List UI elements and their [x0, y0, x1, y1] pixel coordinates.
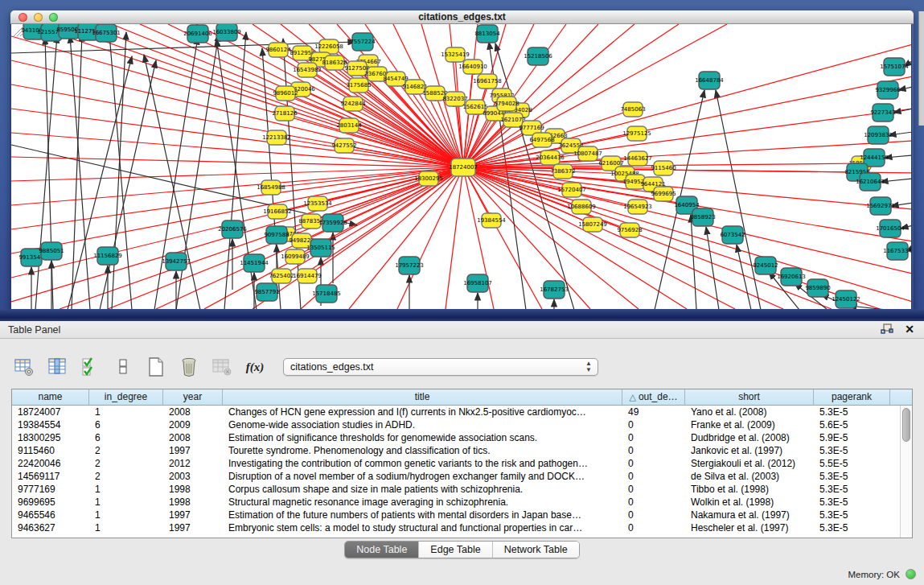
network-node[interactable]: 7386372	[550, 164, 575, 179]
table-cell[interactable]: 2	[89, 457, 163, 470]
network-node[interactable]: 17359928	[318, 214, 347, 232]
network-node[interactable]: 6073542	[720, 226, 745, 244]
table-cell[interactable]: 0	[622, 509, 685, 521]
table-cell[interactable]: 2009	[163, 418, 223, 431]
table-cell[interactable]: 9777169	[12, 483, 89, 496]
table-cell[interactable]: Wolkin et al. (1998)	[685, 496, 814, 509]
table-row[interactable]: 946554611997Estimation of the future num…	[12, 509, 912, 521]
table-cell[interactable]: 14569117	[12, 470, 89, 483]
network-node[interactable]: 16782753	[540, 281, 569, 299]
delete-rows-icon[interactable]	[178, 356, 200, 378]
network-node[interactable]: 7625402	[269, 269, 294, 283]
network-node[interactable]: 9885051	[39, 242, 64, 260]
table-row[interactable]: 1456911722003Disruption of a novel membe…	[12, 470, 912, 483]
close-window-icon[interactable]	[18, 13, 27, 22]
network-node[interactable]: 14463627	[623, 151, 652, 166]
table-cell[interactable]: 5.6E-5	[814, 418, 890, 431]
network-node[interactable]: 16958107	[463, 274, 492, 292]
table-row[interactable]: 2242004622012Investigating the contribut…	[12, 457, 912, 470]
column-header-short[interactable]: short	[685, 389, 814, 405]
table-cell[interactable]: 1997	[163, 509, 223, 521]
table-cell[interactable]: 0	[622, 521, 685, 534]
table-cell[interactable]: 1997	[163, 521, 223, 534]
table-cell[interactable]: Estimation of the future numbers of pati…	[223, 509, 622, 521]
network-node[interactable]: 7557224	[350, 33, 376, 51]
network-node[interactable]: 9756928	[617, 223, 642, 237]
network-node[interactable]: 16920613	[777, 268, 806, 286]
network-node[interactable]: 19166852	[263, 204, 292, 219]
delete-table-icon[interactable]	[211, 356, 233, 378]
table-cell[interactable]: 1998	[163, 483, 223, 496]
table-scrollbar[interactable]	[900, 406, 912, 538]
table-cell[interactable]: 1998	[163, 496, 223, 509]
network-node[interactable]: 20206576	[218, 220, 247, 238]
network-node[interactable]: 9896012	[273, 86, 298, 101]
table-cell[interactable]: Corpus callosum shape and size in male p…	[223, 483, 622, 496]
network-node[interactable]: 16033809	[212, 24, 241, 41]
table-cell[interactable]: 1997	[163, 444, 223, 457]
table-cell[interactable]: 5.9E-5	[814, 431, 890, 444]
network-node[interactable]: 19654923	[623, 200, 652, 214]
network-node[interactable]: 7485063	[620, 102, 645, 117]
table-cell[interactable]: Tourette syndrome. Phenomenology and cla…	[223, 444, 622, 457]
table-cell[interactable]: 9465546	[12, 509, 89, 521]
table-cell[interactable]: Yano et al. (2008)	[685, 406, 814, 418]
network-node[interactable]: 16648784	[695, 72, 724, 89]
table-cell[interactable]: 0	[622, 470, 685, 483]
table-cell[interactable]: 19384554	[12, 418, 89, 431]
table-cell[interactable]: 9463627	[12, 521, 89, 534]
network-node[interactable]: 11451944	[240, 254, 269, 272]
table-cell[interactable]: 5.5E-5	[814, 457, 890, 470]
rows-icon[interactable]	[112, 356, 134, 378]
table-cell[interactable]: Genome-wide association studies in ADHD.	[223, 418, 622, 431]
network-node[interactable]: 9227343	[870, 104, 895, 122]
table-cell[interactable]: 5.3E-5	[814, 470, 890, 483]
network-node[interactable]: 8813054	[474, 25, 500, 43]
network-node[interactable]: 6497568	[529, 133, 554, 147]
table-cell[interactable]: 22420046	[12, 457, 89, 470]
network-node[interactable]: 12353534	[303, 196, 332, 211]
table-cell[interactable]: 18724007	[12, 406, 89, 418]
network-node[interactable]: 9858923	[690, 208, 715, 226]
table-cell[interactable]: 1	[89, 521, 163, 534]
network-canvas[interactable]: 9860124122260588912954982750881863281654…	[10, 24, 912, 309]
select-rows-icon[interactable]	[79, 356, 101, 378]
table-cell[interactable]: 1	[89, 483, 163, 496]
table-cell[interactable]: 2012	[163, 457, 223, 470]
network-node[interactable]: 9115460	[651, 161, 676, 175]
table-cell[interactable]: Embryonic stem cells: a model to study s…	[223, 521, 622, 534]
new-table-icon[interactable]	[145, 356, 167, 378]
table-cell[interactable]: Jankovic et al. (1997)	[685, 444, 814, 457]
network-node[interactable]: 12093832	[864, 126, 893, 144]
tab-edge-table[interactable]: Edge Table	[419, 542, 492, 558]
table-cell[interactable]: Dudbridge et al. (2008)	[685, 431, 814, 444]
column-edit-icon[interactable]	[46, 356, 68, 378]
table-settings-icon[interactable]	[13, 356, 35, 378]
table-row[interactable]: 1830029562008Estimation of significance …	[12, 431, 912, 444]
table-cell[interactable]: 9699695	[12, 496, 89, 509]
network-node[interactable]: 16961758	[473, 74, 502, 89]
table-cell[interactable]: 5.3E-5	[814, 496, 890, 509]
network-node[interactable]: 9427552	[331, 138, 356, 153]
table-cell[interactable]: 0	[622, 418, 685, 431]
table-cell[interactable]: 2008	[163, 406, 223, 418]
network-node[interactable]: 9859890	[805, 279, 830, 297]
network-node[interactable]: 9097588	[264, 226, 289, 244]
network-node[interactable]: 17016504	[876, 220, 905, 237]
close-panel-icon[interactable]: ✕	[905, 323, 914, 335]
table-cell[interactable]: 5.3E-5	[814, 509, 890, 521]
table-row[interactable]: 946362711997Embryonic stem cells: a mode…	[12, 521, 912, 534]
network-node[interactable]: 16914479	[293, 269, 322, 283]
network-node[interactable]: 17957223	[395, 257, 424, 274]
resize-grip-icon[interactable]	[11, 24, 24, 37]
network-node[interactable]: 9857791	[254, 283, 279, 301]
network-node[interactable]: 15218506	[524, 47, 552, 65]
table-body[interactable]: 1872400712008Changes of HCN gene express…	[12, 406, 912, 538]
minimize-window-icon[interactable]	[34, 13, 43, 22]
node-table[interactable]: namein_degreeyeartitle△out_de…shortpager…	[11, 389, 913, 538]
table-row[interactable]: 977716911998Corpus callosum shape and si…	[12, 483, 912, 496]
network-node[interactable]: 2718126	[272, 106, 298, 121]
table-cell[interactable]: 5.3E-5	[814, 444, 890, 457]
table-cell[interactable]: Tibbo et al. (1998)	[685, 483, 814, 496]
network-node[interactable]: 9329966	[875, 81, 901, 99]
